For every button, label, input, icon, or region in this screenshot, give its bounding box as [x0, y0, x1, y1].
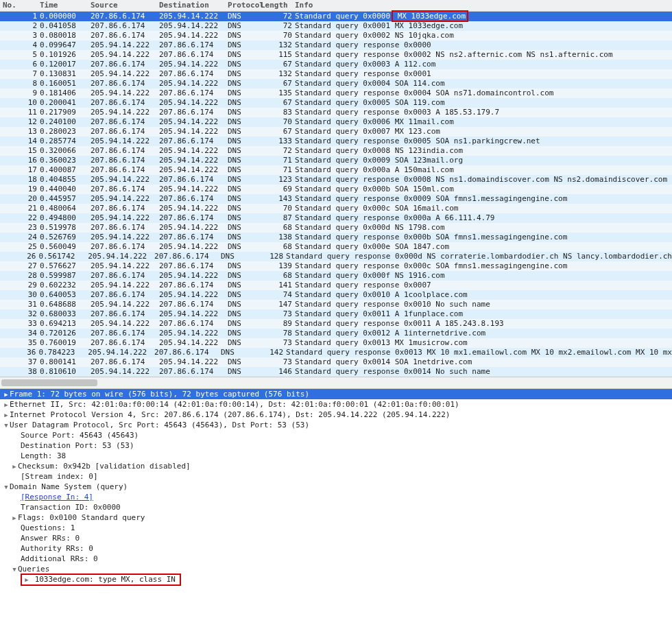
cell-protocol: DNS — [228, 117, 261, 127]
col-header-info[interactable]: Info — [295, 1, 672, 10]
packet-row[interactable]: 320.680033207.86.6.174205.94.14.222DNS73… — [0, 309, 672, 319]
cell-length: 70 — [261, 117, 295, 127]
packet-row[interactable]: 250.560049207.86.6.174205.94.14.222DNS68… — [0, 242, 672, 252]
packet-row[interactable]: 240.526769205.94.14.222207.86.6.174DNS13… — [0, 233, 672, 242]
packet-row[interactable]: 10.000000207.86.6.174205.94.14.222DNS72S… — [0, 12, 672, 21]
expand-icon[interactable]: ▶ — [23, 575, 30, 584]
packet-row[interactable]: 120.240100207.86.6.174205.94.14.222DNS70… — [0, 117, 672, 127]
dns-txid[interactable]: Transaction ID: 0x0000 — [0, 502, 672, 512]
dns-flags[interactable]: ▶ Flags: 0x0100 Standard query — [0, 512, 672, 523]
dns-authority[interactable]: Authority RRs: 0 — [0, 543, 672, 554]
cell-source: 207.86.6.174 — [91, 204, 159, 213]
cell-no: 10 — [3, 98, 40, 108]
packet-list-header[interactable]: No. Time Source Destination Protocol Len… — [0, 0, 672, 12]
packet-row[interactable]: 300.640053207.86.6.174205.94.14.222DNS74… — [0, 290, 672, 300]
dns-answers[interactable]: Answer RRs: 0 — [0, 533, 672, 543]
expand-icon[interactable]: ▶ — [3, 390, 10, 399]
packet-row[interactable]: 310.648688205.94.14.222207.86.6.174DNS14… — [0, 300, 672, 309]
detail-ip[interactable]: ▶ Internet Protocol Version 4, Src: 207.… — [0, 410, 672, 420]
collapse-icon[interactable]: ▼ — [3, 421, 10, 430]
dns-additional[interactable]: Additional RRs: 0 — [0, 554, 672, 564]
cell-info: Standard query 0x000f NS 1916.com — [295, 271, 672, 281]
dns-query-line[interactable]: ▶ 1033edge.com: type MX, class IN — [0, 574, 672, 584]
cell-info: Standard query response 0x0002 NS ns2.af… — [295, 50, 672, 60]
cell-length: 73 — [261, 309, 295, 319]
packet-row[interactable]: 260.561742205.94.14.222207.86.6.174DNS12… — [0, 252, 672, 261]
packet-row[interactable]: 80.160051207.86.6.174205.94.14.222DNS67S… — [0, 79, 672, 88]
expand-icon[interactable]: ▶ — [11, 462, 18, 471]
packet-row[interactable]: 150.320066207.86.6.174205.94.14.222DNS72… — [0, 146, 672, 156]
horizontal-scrollbar[interactable] — [0, 377, 672, 389]
cell-time: 0.400087 — [40, 165, 91, 175]
packet-row[interactable]: 330.694213205.94.14.222207.86.6.174DNS89… — [0, 319, 672, 329]
cell-protocol: DNS — [228, 261, 261, 271]
packet-row[interactable]: 20.041058207.86.6.174205.94.14.222DNS72S… — [0, 21, 672, 31]
dns-questions[interactable]: Questions: 1 — [0, 523, 672, 533]
packet-row[interactable]: 210.480064207.86.6.174205.94.14.222DNS70… — [0, 204, 672, 213]
packet-row[interactable]: 200.445957205.94.14.222207.86.6.174DNS14… — [0, 194, 672, 204]
packet-detail-pane[interactable]: ▶ Frame 1: 72 bytes on wire (576 bits), … — [0, 389, 672, 605]
cell-protocol: DNS — [228, 185, 261, 194]
col-header-dest[interactable]: Destination — [159, 1, 228, 10]
expand-icon[interactable]: ▶ — [3, 400, 10, 410]
detail-udp[interactable]: ▼ User Datagram Protocol, Src Port: 4564… — [0, 420, 672, 430]
packet-row[interactable]: 70.130831205.94.14.222207.86.6.174DNS132… — [0, 69, 672, 79]
expand-icon[interactable]: ▶ — [3, 410, 10, 420]
cell-destination: 205.94.14.222 — [159, 21, 228, 31]
collapse-icon[interactable]: ▼ — [11, 565, 18, 574]
packet-row[interactable]: 360.784223205.94.14.222207.86.6.174DNS14… — [0, 348, 672, 357]
cell-info: Standard query response 0x0001 — [295, 69, 672, 79]
packet-row[interactable]: 130.280023207.86.6.174205.94.14.222DNS67… — [0, 127, 672, 137]
packet-row[interactable]: 60.120017207.86.6.174205.94.14.222DNS67S… — [0, 60, 672, 69]
udp-stream[interactable]: [Stream index: 0] — [0, 471, 672, 482]
udp-dst-port[interactable]: Destination Port: 53 (53) — [0, 440, 672, 451]
packet-row[interactable]: 340.720126207.86.6.174205.94.14.222DNS78… — [0, 329, 672, 338]
col-header-source[interactable]: Source — [91, 1, 159, 10]
packet-row[interactable]: 160.360023207.86.6.174205.94.14.222DNS71… — [0, 156, 672, 165]
packet-row[interactable]: 100.200041207.86.6.174205.94.14.222DNS67… — [0, 98, 672, 108]
col-header-no[interactable]: No. — [3, 1, 40, 10]
packet-list-body[interactable]: 10.000000207.86.6.174205.94.14.222DNS72S… — [0, 12, 672, 377]
packet-row[interactable]: 110.217909205.94.14.222207.86.6.174DNS83… — [0, 108, 672, 117]
packet-row[interactable]: 230.519978207.86.6.174205.94.14.222DNS68… — [0, 223, 672, 233]
packet-row[interactable]: 220.494800205.94.14.222207.86.6.174DNS87… — [0, 213, 672, 223]
packet-row[interactable]: 140.285774205.94.14.222207.86.6.174DNS13… — [0, 137, 672, 146]
packet-row[interactable]: 370.800141207.86.6.174205.94.14.222DNS73… — [0, 357, 672, 367]
detail-frame[interactable]: ▶ Frame 1: 72 bytes on wire (576 bits), … — [0, 389, 672, 399]
cell-protocol: DNS — [228, 213, 261, 223]
col-header-protocol[interactable]: Protocol — [228, 1, 261, 10]
udp-src-port[interactable]: Source Port: 45643 (45643) — [0, 430, 672, 440]
cell-no: 30 — [3, 290, 40, 300]
packet-row[interactable]: 40.099647205.94.14.222207.86.6.174DNS132… — [0, 40, 672, 50]
expand-icon[interactable]: ▶ — [11, 513, 18, 523]
packet-row[interactable]: 380.810610205.94.14.222207.86.6.174DNS14… — [0, 367, 672, 377]
udp-length[interactable]: Length: 38 — [0, 451, 672, 461]
packet-row[interactable]: 190.440040207.86.6.174205.94.14.222DNS69… — [0, 185, 672, 194]
cell-no: 3 — [3, 31, 40, 40]
col-header-length[interactable]: Length — [261, 1, 295, 10]
packet-row[interactable]: 290.602232205.94.14.222207.86.6.174DNS14… — [0, 281, 672, 290]
detail-dns[interactable]: ▼ Domain Name System (query) — [0, 482, 672, 492]
col-header-time[interactable]: Time — [40, 1, 91, 10]
collapse-icon[interactable]: ▼ — [3, 482, 10, 492]
packet-row[interactable]: 170.400087207.86.6.174205.94.14.222DNS71… — [0, 165, 672, 175]
cell-info: Standard query response 0x0009 SOA fmns1… — [295, 194, 672, 204]
cell-protocol: DNS — [228, 98, 261, 108]
packet-row[interactable]: 280.599987207.86.6.174205.94.14.222DNS68… — [0, 271, 672, 281]
packet-row[interactable]: 30.080018207.86.6.174205.94.14.222DNS70S… — [0, 31, 672, 40]
cell-destination: 205.94.14.222 — [159, 329, 228, 338]
packet-row[interactable]: 350.760019207.86.6.174205.94.14.222DNS73… — [0, 338, 672, 348]
packet-row[interactable]: 270.576627205.94.14.222207.86.6.174DNS13… — [0, 261, 672, 271]
cell-time: 0.640053 — [40, 290, 91, 300]
detail-ethernet[interactable]: ▶ Ethernet II, Src: 42:01:0a:f0:00:14 (4… — [0, 399, 672, 410]
cell-source: 207.86.6.174 — [91, 156, 159, 165]
udp-checksum[interactable]: ▶ Checksum: 0x942b [validation disabled] — [0, 461, 672, 471]
packet-row[interactable]: 90.181406205.94.14.222207.86.6.174DNS135… — [0, 88, 672, 98]
packet-row[interactable]: 50.101926205.94.14.222207.86.6.174DNS115… — [0, 50, 672, 60]
dns-response-in-link[interactable]: [Response In: 4] — [21, 493, 93, 502]
dns-response-in[interactable]: [Response In: 4] — [0, 492, 672, 502]
cell-protocol: DNS — [228, 204, 261, 213]
cell-source: 207.86.6.174 — [91, 165, 159, 175]
cell-source: 205.94.14.222 — [91, 281, 159, 290]
packet-row[interactable]: 180.404855205.94.14.222207.86.6.174DNS12… — [0, 175, 672, 185]
